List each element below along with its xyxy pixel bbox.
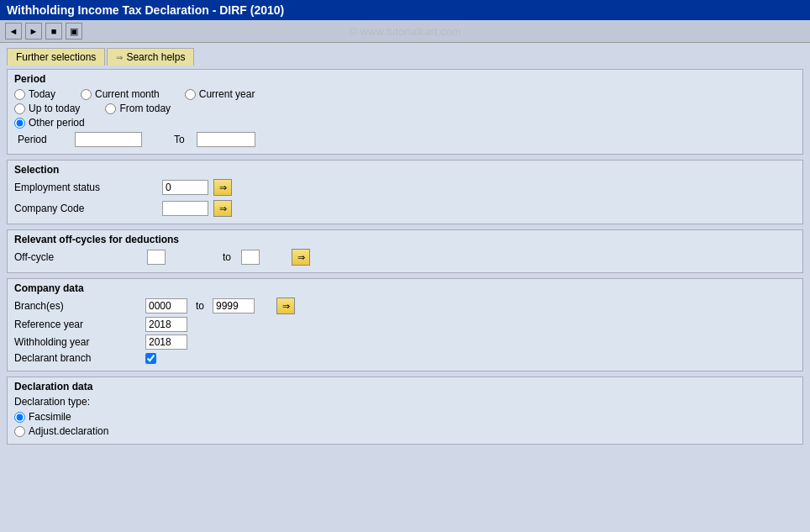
withholding-year-input[interactable] (145, 334, 187, 350)
radio-up-to-today-label[interactable]: Up to today (14, 103, 80, 114)
declaration-data-header: Declaration data (14, 381, 796, 392)
off-cycle-row: Off-cycle to ⇒ (14, 249, 796, 266)
off-cycle-to-input[interactable] (241, 250, 260, 265)
company-data-header: Company data (14, 282, 796, 294)
toolbar-icon-2[interactable]: ► (25, 23, 42, 40)
radio-current-month-text: Current month (95, 88, 160, 100)
branches-label: Branch(es) (14, 300, 140, 312)
period-from-input[interactable] (75, 132, 142, 147)
reference-year-input[interactable] (145, 317, 187, 332)
off-cycle-label: Off-cycle (14, 251, 140, 263)
company-code-input[interactable] (162, 201, 208, 216)
radio-from-today[interactable] (105, 103, 116, 114)
declarant-branch-checkbox[interactable] (145, 353, 156, 364)
radio-today-label[interactable]: Today (14, 88, 55, 100)
radio-facsimile-label[interactable]: Facsimile (14, 411, 796, 423)
employment-status-row: Employment status ⇒ (14, 179, 796, 196)
tab-search-helps[interactable]: ⇒ Search helps (107, 48, 194, 66)
period-radio-row-1: Today Current month Current year (14, 88, 796, 100)
period-section-header: Period (14, 73, 796, 85)
radio-up-to-today[interactable] (14, 103, 25, 114)
page-title: Withholding Income Tax Declaration - DIR… (7, 3, 284, 17)
radio-current-month-label[interactable]: Current month (81, 88, 160, 100)
radio-today-text: Today (29, 88, 55, 100)
toolbar-icon-3[interactable]: ■ (45, 23, 62, 40)
period-to-label: To (174, 134, 185, 145)
declarant-branch-row: Declarant branch (14, 352, 796, 364)
radio-from-today-text: From today (119, 103, 171, 114)
off-cycle-from-input[interactable] (147, 250, 166, 265)
employment-status-label: Employment status (14, 182, 157, 193)
period-input-row: Period To (14, 132, 796, 147)
selection-section: Selection Employment status ⇒ Company Co… (7, 160, 803, 224)
period-radio-row-2: Up to today From today (14, 103, 796, 114)
period-section: Period Today Current month Current year … (7, 69, 803, 155)
radio-adjust-declaration-text: Adjust.declaration (29, 425, 108, 437)
declaration-type-radios: Facsimile Adjust.declaration (14, 411, 796, 437)
declaration-type-label: Declaration type: (14, 396, 90, 408)
tab-search-helps-label: Search helps (126, 51, 185, 63)
declaration-type-label-row: Declaration type: (14, 396, 796, 408)
watermark: © www.tutorialkart.com (349, 25, 460, 38)
radio-facsimile[interactable] (14, 412, 25, 423)
company-data-section: Company data Branch(es) to ⇒ Reference y… (7, 278, 803, 371)
branches-arrow-btn[interactable]: ⇒ (276, 298, 295, 314)
radio-facsimile-text: Facsimile (29, 411, 71, 423)
declarant-branch-label: Declarant branch (14, 352, 140, 364)
tab-further-selections-label: Further selections (16, 51, 96, 63)
selection-section-header: Selection (14, 164, 796, 176)
withholding-year-row: Withholding year (14, 334, 796, 350)
tab-further-selections[interactable]: Further selections (7, 48, 105, 66)
withholding-year-label: Withholding year (14, 336, 140, 348)
radio-adjust-declaration-label[interactable]: Adjust.declaration (14, 425, 796, 437)
off-cycle-arrow-btn[interactable]: ⇒ (292, 249, 310, 266)
branches-row: Branch(es) to ⇒ (14, 298, 796, 314)
radio-current-year-label[interactable]: Current year (185, 88, 255, 100)
branches-to-label: to (196, 300, 204, 312)
employment-status-input[interactable] (162, 180, 208, 195)
off-cycles-section: Relevant off-cycles for deductions Off-c… (7, 229, 803, 273)
branches-to-input[interactable] (213, 298, 255, 313)
tab-bar: Further selections ⇒ Search helps (7, 48, 803, 66)
reference-year-label: Reference year (14, 319, 140, 330)
toolbar-icon-1[interactable]: ◄ (5, 23, 22, 40)
radio-today[interactable] (14, 89, 25, 100)
branches-from-input[interactable] (145, 298, 187, 313)
off-cycle-to-label: to (223, 251, 231, 263)
radio-other-period-text: Other period (29, 117, 85, 129)
radio-other-period[interactable] (14, 118, 25, 129)
radio-current-month[interactable] (81, 89, 92, 100)
period-to-input[interactable] (197, 132, 255, 147)
company-code-label: Company Code (14, 203, 157, 214)
company-code-arrow-btn[interactable]: ⇒ (213, 200, 232, 217)
toolbar-icon-4[interactable]: ▣ (66, 23, 82, 40)
toolbar: ◄ ► ■ ▣ © www.tutorialkart.com (0, 20, 810, 43)
radio-current-year-text: Current year (199, 88, 255, 100)
radio-from-today-label[interactable]: From today (105, 103, 171, 114)
title-bar: Withholding Income Tax Declaration - DIR… (0, 0, 810, 20)
radio-current-year[interactable] (185, 89, 196, 100)
employment-status-arrow-btn[interactable]: ⇒ (213, 179, 232, 196)
period-radio-row-3: Other period (14, 117, 796, 129)
arrow-icon: ⇒ (116, 53, 123, 62)
declaration-data-section: Declaration data Declaration type: Facsi… (7, 377, 803, 445)
company-code-row: Company Code ⇒ (14, 200, 796, 217)
period-field-label: Period (18, 134, 68, 145)
reference-year-row: Reference year (14, 317, 796, 332)
radio-adjust-declaration[interactable] (14, 426, 25, 437)
off-cycles-header: Relevant off-cycles for deductions (14, 234, 796, 245)
radio-up-to-today-text: Up to today (29, 103, 80, 114)
radio-other-period-label[interactable]: Other period (14, 117, 85, 129)
